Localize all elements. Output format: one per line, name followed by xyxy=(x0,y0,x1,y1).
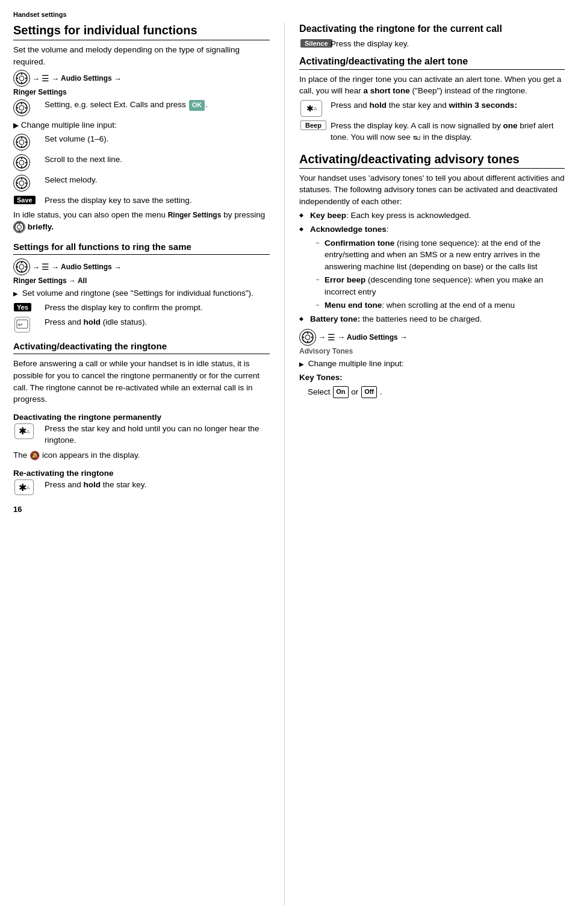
scroll-step-row: Scroll to the next line. xyxy=(13,154,270,171)
hold-text: Press and hold (idle status). xyxy=(45,316,270,328)
save-btn-icon: Save xyxy=(13,195,45,204)
nav-line-2: → ☰ → Audio Settings → xyxy=(13,258,270,275)
melody-step-row: Select melody. xyxy=(13,174,270,192)
section-rule xyxy=(13,40,270,40)
right-column: Deactivating the ringtone for the curren… xyxy=(284,23,565,906)
nav-audio-settings-3: Audio Settings xyxy=(347,333,398,342)
step-setting-row: Setting, e.g. select Ext. Calls and pres… xyxy=(13,99,270,116)
nav-audio-settings-2: Audio Settings xyxy=(61,263,112,271)
svg-point-7 xyxy=(19,105,24,110)
svg-point-35 xyxy=(19,264,24,269)
bullet-battery: Battery tone: the batteries need to be c… xyxy=(299,313,565,325)
triangle-bullet: ▶ xyxy=(13,121,19,130)
nav-icon-3 xyxy=(299,329,316,346)
scroll-icon xyxy=(13,154,45,171)
alert-section-rule xyxy=(299,69,565,70)
nav-line-1: → ☰ → Audio Settings → xyxy=(13,70,270,87)
select-on-off: Select On or Off . xyxy=(299,386,565,398)
save-button: Save xyxy=(14,196,36,204)
nav-icon-2 xyxy=(13,258,30,275)
change-multi-right: ▶ Change multiple line input: xyxy=(299,358,565,370)
nav-line-3: → ☰ → Audio Settings → xyxy=(299,329,565,346)
nav-menu-icon-2: ☰ xyxy=(42,262,49,272)
advisory-rule xyxy=(299,168,565,169)
intro-text: Set the volume and melody depending on t… xyxy=(13,44,270,67)
vol-icon xyxy=(13,133,45,151)
vol-step-text: Set volume (1–6). xyxy=(45,133,270,145)
ringer-settings-label: Ringer Settings xyxy=(168,211,222,219)
bullet-acknowledge: Acknowledge tones: Confirmation tone (ri… xyxy=(299,223,565,311)
section-rule-3 xyxy=(13,354,270,354)
step-setting-text: Setting, e.g. select Ext. Calls and pres… xyxy=(45,99,270,111)
svg-point-31 xyxy=(17,225,22,229)
key-tones-label: Key Tones: xyxy=(299,372,565,384)
svg-point-1 xyxy=(19,76,24,81)
select-text: Select On or Off . xyxy=(299,387,382,396)
react-star-row: ✱△ Press and hold the star key. xyxy=(13,479,270,495)
h2-alert: Activating/deactivating the alert tone xyxy=(299,55,565,67)
save-text: Press the display key to save the settin… xyxy=(45,195,270,207)
vol-step-row: Set volume (1–6). xyxy=(13,133,270,151)
scroll-step-text: Scroll to the next line. xyxy=(45,154,270,166)
bell-crossed-icon: 🔕 xyxy=(30,451,42,460)
star-key-icon: ✱△ xyxy=(14,423,34,439)
ringtone-para: Before answering a call or while your ha… xyxy=(13,358,270,405)
nav-arrow-3: → xyxy=(114,74,122,83)
h2-ringtone: Activating/deactivating the ringtone xyxy=(13,341,270,352)
nav-audio-settings: Audio Settings xyxy=(61,74,112,83)
perm-star-icon: ✱△ xyxy=(13,423,45,439)
sub-confirmation-tone: Confirmation tone (rising tone sequence)… xyxy=(316,237,565,273)
yes-button: Yes xyxy=(14,303,31,311)
react-star-key-icon: ✱△ xyxy=(14,479,34,495)
silence-btn-icon: Silence xyxy=(299,38,331,48)
sub-menu-end-tone: Menu end tone: when scrolling at the end… xyxy=(316,299,565,311)
page-number: 16 xyxy=(13,505,270,514)
on-option: On xyxy=(333,386,348,398)
hold-row: ↩ Press and hold (idle status). xyxy=(13,316,270,332)
icon-appears-text: The 🔕 icon appears in the display. xyxy=(13,449,270,462)
main-heading: Settings for individual functions xyxy=(13,23,270,37)
yes-text: Press the display key to confirm the pro… xyxy=(45,302,270,314)
ok-button: OK xyxy=(189,100,205,111)
yes-btn-icon: Yes xyxy=(13,302,45,311)
idle-text: In idle status, you can also open the me… xyxy=(13,209,270,233)
silence-button: Silence xyxy=(300,39,332,48)
nav-menu-icon-3: ☰ xyxy=(328,332,335,342)
set-vol-text: ▶ Set volume and ringtone (see "Settings… xyxy=(13,287,270,299)
nav-menu-icon: ☰ xyxy=(42,73,49,83)
acknowledge-sub-list: Confirmation tone (rising tone sequence)… xyxy=(310,237,565,311)
nav-icon-1 xyxy=(13,70,30,87)
star-hold-row: ✱△ Press and hold the star key and withi… xyxy=(299,99,565,117)
hold-icon: ↩ xyxy=(13,316,45,332)
change-multi-label: ▶ Change multiple line input: xyxy=(13,119,270,131)
save-row: Save Press the display key to save the s… xyxy=(13,195,270,207)
h3-react: Re-activating the ringtone xyxy=(13,469,270,478)
silence-text: Press the display key. xyxy=(331,38,565,50)
nav-arrow-1: → xyxy=(32,74,40,83)
h1-current-call: Deactivating the ringtone for the curren… xyxy=(299,23,565,36)
nav-arrow-2: → xyxy=(51,74,59,83)
svg-point-19 xyxy=(19,160,24,165)
briefly-nav-icon xyxy=(13,221,25,233)
left-column: Settings for individual functions Set th… xyxy=(13,23,284,906)
h2-all-functions: Settings for all functions to ring the s… xyxy=(13,242,270,252)
nav-ringer-settings-all: Ringer Settings → All xyxy=(13,276,270,285)
alert-para: In place of the ringer tone you can acti… xyxy=(299,73,565,97)
svg-point-43 xyxy=(305,335,310,340)
step-nav-icon xyxy=(13,99,45,116)
react-star-icon: ✱△ xyxy=(13,479,45,495)
page: Handset settings Settings for individual… xyxy=(0,0,578,924)
header-label: Handset settings xyxy=(13,11,565,18)
svg-point-13 xyxy=(19,140,24,145)
beep-button: Beep xyxy=(300,120,326,130)
bullet-key-beep: Key beep: Each key press is acknowledged… xyxy=(299,210,565,222)
nav-ringer-settings: Ringer Settings xyxy=(13,88,270,96)
beep-display-icon: ᴓᴊ xyxy=(413,133,421,142)
melody-icon xyxy=(13,174,45,192)
idle-key-icon: ↩ xyxy=(14,317,30,332)
melody-step-text: Select melody. xyxy=(45,174,270,186)
perm-star-text: Press the star key and hold until you ca… xyxy=(45,423,270,446)
perm-star-row: ✱△ Press the star key and hold until you… xyxy=(13,423,270,446)
alert-star-key: ✱△ xyxy=(300,100,322,117)
svg-point-25 xyxy=(19,181,24,186)
